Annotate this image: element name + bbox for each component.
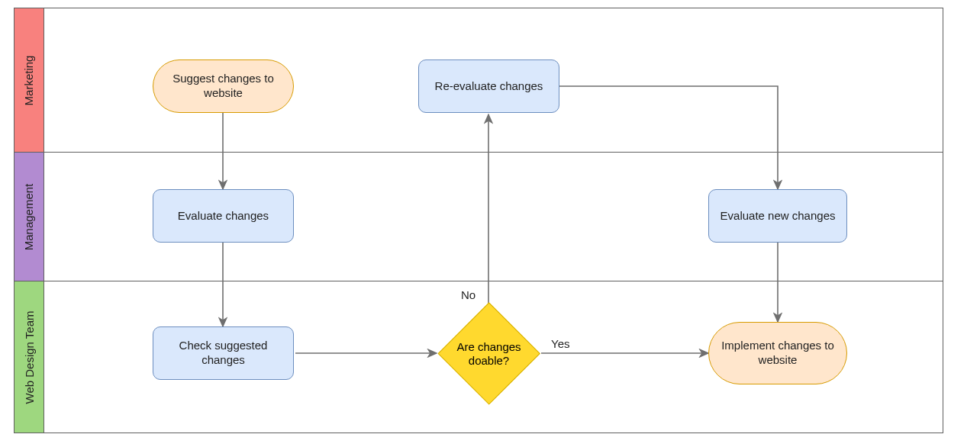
node-implement-label: Implement changes to website <box>717 339 839 368</box>
node-evalnew-label: Evaluate new changes <box>720 209 836 224</box>
node-suggest-label: Suggest changes to website <box>161 72 285 101</box>
lane-header-marketing: Marketing <box>14 8 44 153</box>
edge-label-no: No <box>459 288 477 301</box>
node-reevaluate-changes: Re-evaluate changes <box>418 59 559 113</box>
node-implement-changes: Implement changes to website <box>708 322 847 384</box>
lane-label-management: Management <box>23 183 36 250</box>
lane-label-marketing: Marketing <box>23 55 36 105</box>
node-evaluate-changes: Evaluate changes <box>153 189 294 243</box>
node-decision-label: Are changes doable? <box>437 340 540 368</box>
lane-label-webdesign: Web Design Team <box>23 310 36 404</box>
node-suggest-changes: Suggest changes to website <box>153 59 294 113</box>
node-reevaluate-label: Re-evaluate changes <box>435 79 543 94</box>
node-check-changes: Check suggested changes <box>153 326 294 380</box>
node-decision-doable: Are changes doable? <box>437 302 540 405</box>
lane-header-management: Management <box>14 152 44 281</box>
edge-label-yes: Yes <box>550 337 571 350</box>
node-check-label: Check suggested changes <box>161 339 285 368</box>
node-evaluate-label: Evaluate changes <box>178 209 269 224</box>
lane-header-webdesign: Web Design Team <box>14 281 44 433</box>
node-evaluate-new-changes: Evaluate new changes <box>708 189 847 243</box>
